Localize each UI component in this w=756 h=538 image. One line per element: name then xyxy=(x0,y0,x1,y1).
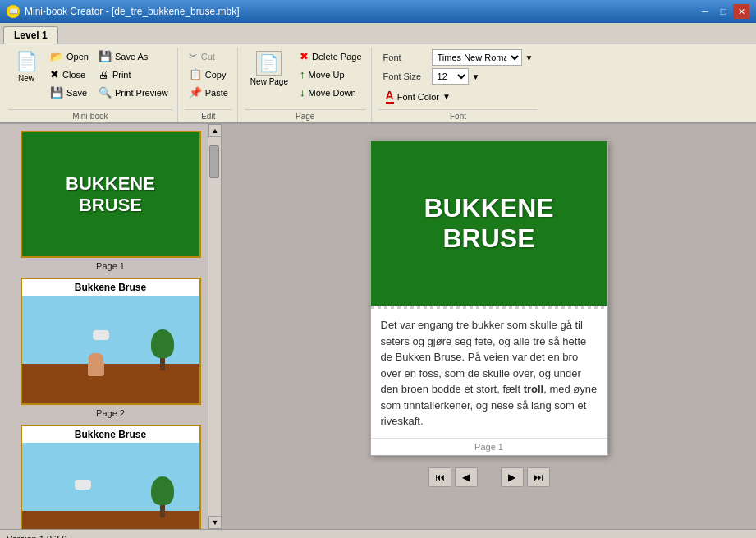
font-size-row: Font Size 12 10 14 16 18 ▼ xyxy=(383,68,534,85)
main-area: BUKKENEBRUSE Page 1 Bukkene Bruse xyxy=(0,124,756,529)
maximize-button[interactable]: □ xyxy=(715,4,731,19)
page-footer: Page 1 xyxy=(371,438,607,455)
nav-last-button[interactable]: ⏭ xyxy=(527,467,550,487)
page-content: 📄 New Page ✖ Delete Page ↑ Move Up ↓ Mov… xyxy=(245,48,366,108)
page-body-text: Det var engang tre bukker som skulle gå … xyxy=(381,319,598,427)
minibook-group-label: Mini-book xyxy=(8,109,172,122)
scroll-thumb[interactable] xyxy=(209,145,219,178)
minimize-button[interactable]: ─ xyxy=(697,4,713,19)
new-page-icon: 📄 xyxy=(256,51,282,76)
page-group-label: Page xyxy=(245,109,366,122)
thumb-frame-3[interactable]: Bukkene Bruse xyxy=(21,425,201,529)
paste-button[interactable]: 📌 Paste xyxy=(185,84,232,101)
sidebar: BUKKENEBRUSE Page 1 Bukkene Bruse xyxy=(0,124,222,529)
delete-page-label: Delete Page xyxy=(312,52,362,62)
delete-icon: ✖ xyxy=(300,50,309,62)
copy-icon: 📋 xyxy=(189,68,202,80)
close-label: Close xyxy=(62,70,85,80)
thumb-cover-1[interactable]: BUKKENEBRUSE xyxy=(21,131,201,258)
tree-top-2 xyxy=(151,329,174,358)
tab-level1[interactable]: Level 1 xyxy=(3,26,58,44)
thumb-title-2: Bukkene Bruse xyxy=(22,279,199,296)
bold-troll: troll xyxy=(524,383,544,395)
nav-bar: ⏮ ◀ ▶ ⏭ xyxy=(428,462,550,492)
save-label: Save xyxy=(66,88,87,98)
close-icon: ✖ xyxy=(50,68,59,80)
close-button[interactable]: ✖ Close xyxy=(46,66,93,83)
font-size-select[interactable]: 12 10 14 16 18 xyxy=(432,68,469,85)
nav-next-button[interactable]: ▶ xyxy=(501,467,524,487)
move-up-button[interactable]: ↑ Move Up xyxy=(296,66,366,83)
window-title: Mini-book Creator - [de_tre_bukkene_brus… xyxy=(25,6,239,17)
save-button[interactable]: 💾 Save xyxy=(46,84,93,101)
new-icon: 📄 xyxy=(16,51,38,72)
font-color-button[interactable]: A Font Color ▼ xyxy=(383,87,534,106)
content-area: BUKKENEBRUSE Det var engang tre bukker s… xyxy=(222,124,756,529)
print-preview-icon: 🔍 xyxy=(99,86,112,99)
font-dropdown-arrow[interactable]: ▼ xyxy=(525,53,534,62)
cut-button[interactable]: ✂ Cut xyxy=(185,48,232,65)
scroll-track xyxy=(208,137,221,516)
title-bar: 📖 Mini-book Creator - [de_tre_bukkene_br… xyxy=(0,0,756,23)
move-up-icon: ↑ xyxy=(300,68,305,80)
font-color-label: Font Color xyxy=(397,92,439,102)
edit-group-label: Edit xyxy=(185,109,232,122)
print-label: Print xyxy=(112,70,131,80)
page-view: BUKKENEBRUSE Det var engang tre bukker s… xyxy=(370,140,608,456)
ribbon-group-minibook: 📄 New 📂 Open ✖ Close 💾 Save xyxy=(3,48,178,122)
new-label: New xyxy=(18,74,34,83)
save-as-label: Save As xyxy=(115,52,148,62)
nav-first-button[interactable]: ⏮ xyxy=(428,467,451,487)
print-button[interactable]: 🖨 Print xyxy=(94,66,172,83)
close-button[interactable]: ✕ xyxy=(733,4,749,19)
copy-button[interactable]: 📋 Copy xyxy=(185,66,232,83)
scroll-up-button[interactable]: ▲ xyxy=(208,124,222,137)
page-thumb-1[interactable]: BUKKENEBRUSE Page 1 xyxy=(7,131,214,271)
font-size-label: Font Size xyxy=(383,71,428,81)
minibook-small-col2: 💾 Save As 🖨 Print 🔍 Print Preview xyxy=(94,48,172,101)
new-page-button[interactable]: 📄 New Page xyxy=(245,48,294,90)
open-button[interactable]: 📂 Open xyxy=(46,48,93,65)
status-bar: Version 1.0.3.0 xyxy=(0,529,756,538)
thumb-label-2: Page 2 xyxy=(96,408,125,418)
ribbon-group-edit: ✂ Cut 📋 Copy 📌 Paste Edit xyxy=(180,48,238,122)
troll-body-2 xyxy=(88,361,104,376)
font-content: Font Times New Roman Arial Verdana ▼ Fon… xyxy=(378,48,538,108)
print-preview-label: Print Preview xyxy=(115,88,168,98)
page-view-cover-text: BUKKENEBRUSE xyxy=(424,193,553,254)
font-name-row: Font Times New Roman Arial Verdana ▼ xyxy=(383,49,534,66)
move-down-button[interactable]: ↓ Move Down xyxy=(296,84,366,101)
page-thumb-3[interactable]: Bukkene Bruse Page 3 xyxy=(7,425,214,529)
font-color-arrow[interactable]: ▼ xyxy=(442,92,451,101)
scroll-down-button[interactable]: ▼ xyxy=(208,516,222,529)
ribbon-group-font: Font Times New Roman Arial Verdana ▼ Fon… xyxy=(373,48,543,122)
sidebar-scroll[interactable]: BUKKENEBRUSE Page 1 Bukkene Bruse xyxy=(0,124,221,529)
font-size-dropdown-arrow[interactable]: ▼ xyxy=(472,72,480,81)
thumb-frame-2[interactable]: Bukkene Bruse xyxy=(21,278,201,405)
app-icon: 📖 xyxy=(7,5,20,18)
thumb-cover-text-1: BUKKENEBRUSE xyxy=(66,173,155,216)
delete-page-button[interactable]: ✖ Delete Page xyxy=(296,48,366,65)
thumb-drawing-3 xyxy=(22,443,199,529)
cut-label: Cut xyxy=(201,52,215,62)
nav-prev-button[interactable]: ◀ xyxy=(455,467,478,487)
edit-small-col: ✂ Cut 📋 Copy 📌 Paste xyxy=(185,48,232,101)
paste-label: Paste xyxy=(205,88,228,98)
thumb-label-1: Page 1 xyxy=(96,261,125,271)
page-thumb-2[interactable]: Bukkene Bruse xyxy=(7,278,214,418)
new-button[interactable]: 📄 New xyxy=(8,48,44,86)
move-up-label: Move Up xyxy=(309,70,345,80)
tree-2 xyxy=(150,329,175,370)
minibook-content: 📄 New 📂 Open ✖ Close 💾 Save xyxy=(8,48,172,108)
goat-2 xyxy=(93,330,109,340)
edit-content: ✂ Cut 📋 Copy 📌 Paste xyxy=(185,48,232,108)
print-preview-button[interactable]: 🔍 Print Preview xyxy=(94,84,172,101)
save-as-button[interactable]: 💾 Save As xyxy=(94,48,172,65)
paste-icon: 📌 xyxy=(189,86,202,99)
troll-2 xyxy=(84,353,108,376)
move-down-icon: ↓ xyxy=(300,86,305,99)
save-as-icon: 💾 xyxy=(99,50,112,62)
page-text-area[interactable]: Det var engang tre bukker som skulle gå … xyxy=(371,309,607,438)
font-name-select[interactable]: Times New Roman Arial Verdana xyxy=(432,49,522,66)
page-view-cover: BUKKENEBRUSE xyxy=(371,141,607,306)
